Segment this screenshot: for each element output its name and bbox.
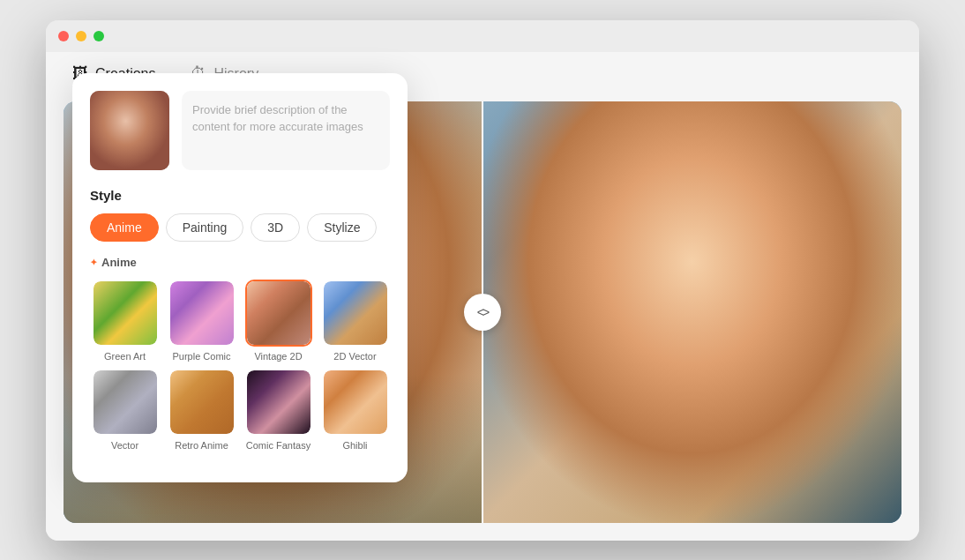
style-thumb-green-art	[92, 280, 159, 347]
style-btn-3d[interactable]: 3D	[251, 213, 300, 242]
style-thumb-vintage-2d	[245, 280, 312, 347]
app-window: 🖼 Creations ⏱ Hisrory	[46, 20, 919, 541]
style-item-purple-comic[interactable]: Purple Comic	[167, 280, 236, 362]
style-thumb-comic-fantasy	[245, 369, 312, 436]
style-item-green-art[interactable]: Green Art	[90, 280, 160, 362]
thumb-inner-retro-anime	[170, 370, 234, 434]
style-item-retro-anime[interactable]: Retro Anime	[167, 369, 236, 451]
style-name-vector: Vector	[111, 440, 138, 451]
style-item-vintage-2d[interactable]: Vintage 2D	[243, 280, 313, 362]
style-name-green-art: Green Art	[104, 351, 146, 362]
style-btn-painting[interactable]: Painting	[166, 213, 244, 242]
style-thumb-vector	[92, 369, 159, 436]
compare-handle[interactable]: <>	[464, 294, 501, 331]
photo-thumbnail[interactable]	[90, 91, 169, 170]
style-grid: Green Art Purple Comic Vintage 2D	[90, 280, 390, 451]
style-name-purple-comic: Purple Comic	[172, 351, 230, 362]
style-thumb-2d-vector	[322, 280, 389, 347]
description-input[interactable]: Provide brief description of the content…	[182, 91, 390, 170]
subsection-label: Anime	[90, 256, 390, 269]
style-section: Style Anime Painting 3D Stylize Anime Gr…	[90, 188, 390, 451]
style-btn-anime[interactable]: Anime	[90, 213, 159, 242]
description-placeholder: Provide brief description of the content…	[192, 101, 379, 136]
minimize-button[interactable]	[76, 31, 86, 41]
maximize-button[interactable]	[94, 31, 104, 41]
style-btn-stylize[interactable]: Stylize	[307, 213, 377, 242]
style-name-comic-fantasy: Comic Fantasy	[246, 440, 310, 451]
style-item-comic-fantasy[interactable]: Comic Fantasy	[243, 369, 313, 451]
thumb-inner-comic-fantasy	[247, 370, 310, 434]
style-buttons: Anime Painting 3D Stylize	[90, 213, 390, 242]
thumb-inner-vintage-2d	[247, 281, 310, 345]
compare-arrows-icon: <>	[477, 305, 488, 319]
style-name-vintage-2d: Vintage 2D	[254, 351, 302, 362]
close-button[interactable]	[58, 31, 69, 41]
style-name-2d-vector: 2D Vector	[333, 351, 376, 362]
style-item-vector[interactable]: Vector	[90, 369, 160, 451]
image-photo-side	[482, 101, 901, 523]
thumb-inner-2d-vector	[324, 281, 387, 345]
style-item-2d-vector[interactable]: 2D Vector	[320, 280, 390, 362]
style-item-ghibli[interactable]: Ghibli	[320, 369, 390, 451]
style-thumb-purple-comic	[168, 280, 236, 347]
title-bar	[46, 20, 919, 52]
left-panel-card: Provide brief description of the content…	[72, 73, 408, 482]
style-name-retro-anime: Retro Anime	[175, 440, 228, 451]
style-thumb-retro-anime	[168, 369, 236, 436]
thumb-inner-purple-comic	[170, 281, 234, 345]
thumb-inner-ghibli	[324, 370, 387, 434]
style-label: Style	[90, 188, 390, 203]
style-thumb-ghibli	[322, 369, 389, 436]
thumb-inner-green-art	[94, 281, 157, 345]
style-name-ghibli: Ghibli	[342, 440, 367, 451]
upload-section: Provide brief description of the content…	[90, 91, 390, 170]
thumb-inner-vector	[94, 370, 157, 434]
